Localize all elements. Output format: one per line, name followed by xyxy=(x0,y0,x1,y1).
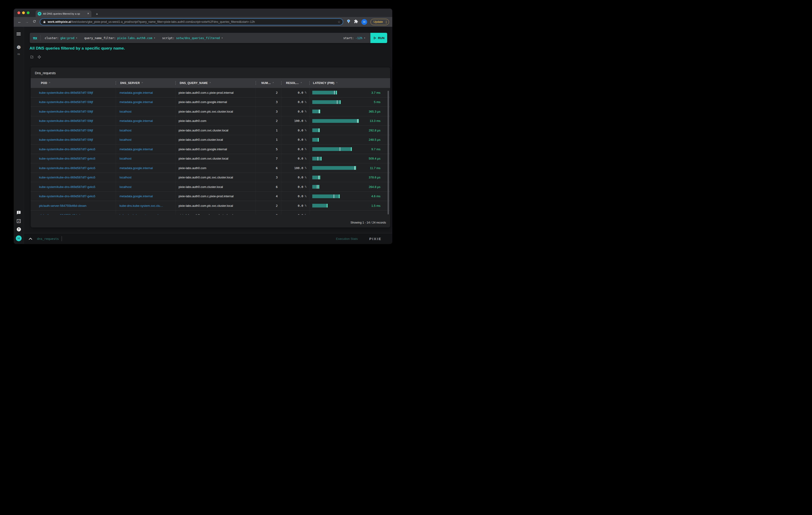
browser-profile-avatar[interactable]: H xyxy=(361,19,367,25)
table-scrollbar[interactable] xyxy=(388,91,389,214)
cell-dns-server[interactable]: metadata.google.internal xyxy=(116,116,175,126)
minimize-window-button[interactable] xyxy=(22,11,25,14)
pixie-logo-icon: πx xyxy=(30,36,40,40)
latency-value: 378.6 µs xyxy=(359,176,380,179)
reload-icon[interactable] xyxy=(32,20,36,24)
table-row[interactable]: kube-system/kube-dns-869d587df7-gvks5 me… xyxy=(31,163,390,173)
cell-pod[interactable]: kube-system/kube-dns-869d587df7-gvks5 xyxy=(31,182,116,192)
move-widget-icon[interactable] xyxy=(37,55,41,59)
new-tab-button[interactable]: + xyxy=(95,12,99,16)
table-row[interactable]: kube-system/kube-dns-869d587df7-gvks5 me… xyxy=(31,192,390,201)
cluster-selector[interactable]: cluster: gke:prod ▾ xyxy=(45,36,77,40)
drawer-tab-dns-requests[interactable]: dns_requests xyxy=(37,237,59,240)
chrome-update-button[interactable]: Update ⋮ xyxy=(370,19,389,25)
lock-icon xyxy=(43,20,46,24)
cell-dns-server[interactable]: localhost xyxy=(116,182,175,192)
sort-icon: ^ xyxy=(142,82,143,84)
cell-pod[interactable]: kube-system/kube-dns-869d587df7-59ljf xyxy=(31,88,116,97)
cell-pod[interactable]: kube-system/kube-dns-869d587df7-59ljf xyxy=(31,135,116,145)
cell-dns-server[interactable]: metadata.google.internal xyxy=(116,88,175,97)
cell-dns-server[interactable]: localhost xyxy=(116,125,175,135)
cell-pod[interactable]: kube-system/kube-dns-869d587df7-gvks5 xyxy=(31,154,116,164)
url-bar[interactable]: work.withpixie.ai/live/clusters/gke_pixi… xyxy=(40,18,343,25)
namespace-label[interactable]: ns xyxy=(18,53,20,55)
announcement-icon[interactable] xyxy=(17,210,21,216)
table-row[interactable]: kube-system/kube-dns-869d587df7-59ljf lo… xyxy=(31,135,390,145)
script-selector[interactable]: script: sotw/dns_queries_filtered ▾ xyxy=(162,36,223,40)
cell-dns-server[interactable]: kube-dns.kube-system.svc.clu… xyxy=(116,201,175,210)
table-row[interactable]: plc/auth-server-564755b46d-cbswn kube-dn… xyxy=(31,201,390,210)
kubernetes-cluster-icon[interactable]: ☸ xyxy=(17,45,21,50)
run-button[interactable]: RUN xyxy=(370,33,387,43)
latency-median-tick xyxy=(334,195,334,198)
browser-tab[interactable]: π All DNS queries filtered by a sp ✕ xyxy=(36,10,91,17)
column-header-dns-query-name[interactable]: DNS_QUERY_NAME^ xyxy=(175,78,256,88)
column-header-resolved[interactable]: RESOL…^ xyxy=(281,78,309,88)
query-name-filter-selector[interactable]: query_name_filter: pixie-labs.auth0.com … xyxy=(84,36,155,40)
start-time-selector[interactable]: start: -12h ▾ xyxy=(343,36,365,40)
column-header-pod[interactable]: POD^ xyxy=(31,78,116,88)
expand-drawer-icon[interactable] xyxy=(29,236,32,241)
table-row[interactable]: kube-system/kube-dns-869d587df7-59ljf lo… xyxy=(31,125,390,135)
extensions-puzzle-icon[interactable] xyxy=(354,19,358,24)
user-avatar[interactable]: H xyxy=(16,235,22,241)
table-row[interactable]: kube-system/kube-dns-869d587df7-59ljf me… xyxy=(31,88,390,97)
table-row[interactable]: kube-system/kube-dns-869d587df7-gvks5 lo… xyxy=(31,154,390,164)
table-row[interactable]: kube-system/kube-dns-869d587df7-59ljf me… xyxy=(31,116,390,126)
extension-gem-icon[interactable] xyxy=(346,19,351,24)
back-icon[interactable]: ← xyxy=(18,20,22,24)
cell-resolved-percent: 0.0% xyxy=(281,107,309,116)
latency-value: 248.5 µs xyxy=(359,138,380,141)
latency-value: 3.7 ms xyxy=(359,91,380,94)
cell-resolved-percent: 0.0% xyxy=(281,210,309,215)
bookmark-star-icon[interactable]: ☆ xyxy=(338,20,341,24)
cell-pod[interactable]: kube-system/kube-dns-869d587df7-gvks5 xyxy=(31,163,116,173)
info-icon[interactable]: i xyxy=(17,219,21,224)
cell-dns-server[interactable]: localhost xyxy=(116,173,175,182)
cell-latency-p99: 509.4 µs xyxy=(309,154,390,164)
latency-value: 4.6 ms xyxy=(359,195,380,198)
close-window-button[interactable] xyxy=(18,11,20,14)
cell-dns-server[interactable]: localhost xyxy=(116,107,175,116)
cell-pod[interactable]: kube-system/kube-dns-869d587df7-59ljf xyxy=(31,107,116,116)
table-row[interactable]: kube-system/kube-dns-869d587df7-gvks5 lo… xyxy=(31,182,390,192)
latency-quantile-bar xyxy=(312,157,359,161)
column-header-latency-p99[interactable]: LATENCY (P99)^ xyxy=(309,78,390,88)
table-row[interactable]: kube-system/kube-dns-869d587df7-59ljf lo… xyxy=(31,107,390,116)
column-header-num-requests[interactable]: NUM…^ xyxy=(256,78,281,88)
tab-close-icon[interactable]: ✕ xyxy=(87,12,89,15)
latency-value: 11.7 ms xyxy=(359,166,380,170)
cell-resolved-percent: 0.0% xyxy=(281,192,309,201)
help-icon[interactable]: ? xyxy=(17,227,21,231)
cell-pod[interactable]: kube-system/kube-dns-869d587df7-59ljf xyxy=(31,116,116,126)
table-row[interactable]: kube-system/kube-dns-869d587df7-59ljf me… xyxy=(31,97,390,107)
table-row[interactable]: kube-system/kube-dns-869d587df7-gvks5 me… xyxy=(31,144,390,154)
latency-median-tick xyxy=(357,119,358,123)
zoom-window-button[interactable] xyxy=(27,11,30,14)
cell-dns-server[interactable]: localhost xyxy=(116,135,175,145)
cell-dns-server[interactable]: metadata.google.internal xyxy=(116,163,175,173)
chevron-down-icon: ▾ xyxy=(76,37,77,39)
browser-menu-icon[interactable]: ⋮ xyxy=(385,20,388,24)
cell-pod[interactable]: kube-system/kube-dns-869d587df7-gvks5 xyxy=(31,173,116,182)
cell-pod[interactable]: kube-system/kube-dns-869d587df7-59ljf xyxy=(31,125,116,135)
cell-pod[interactable]: plc/auth-server-564755b46d-cbswn xyxy=(31,210,116,215)
execution-stats-link[interactable]: Execution Stats xyxy=(336,237,358,240)
table-row[interactable]: kube-system/kube-dns-869d587df7-gvks5 lo… xyxy=(31,173,390,182)
cell-dns-server[interactable]: localhost xyxy=(116,154,175,164)
cell-dns-query-name: pixie-labs.auth0.com.svc.cluster.local xyxy=(175,154,256,164)
cell-dns-server[interactable]: metadata.google.internal xyxy=(116,192,175,201)
cell-pod[interactable]: kube-system/kube-dns-869d587df7-59ljf xyxy=(31,97,116,107)
hamburger-menu-icon[interactable] xyxy=(17,32,21,36)
cell-dns-server[interactable]: kube-dns.kube-system.svc.clu… xyxy=(116,210,175,215)
cell-pod[interactable]: plc/auth-server-564755b46d-cbswn xyxy=(31,201,116,210)
table-row[interactable]: plc/auth-server-564755b46d-cbswn kube-dn… xyxy=(31,210,390,215)
column-header-dns-server[interactable]: DNS_SERVER^ xyxy=(116,78,175,88)
edit-script-icon[interactable] xyxy=(30,55,34,59)
browser-window: π All DNS queries filtered by a sp ✕ + ←… xyxy=(14,9,392,244)
cell-dns-server[interactable]: metadata.google.internal xyxy=(116,97,175,107)
cell-dns-query-name: pixie-labs.auth0.com.plc.svc.cluster.loc… xyxy=(175,107,256,116)
cell-pod[interactable]: kube-system/kube-dns-869d587df7-gvks5 xyxy=(31,144,116,154)
cell-pod[interactable]: kube-system/kube-dns-869d587df7-gvks5 xyxy=(31,192,116,201)
cell-dns-server[interactable]: metadata.google.internal xyxy=(116,144,175,154)
